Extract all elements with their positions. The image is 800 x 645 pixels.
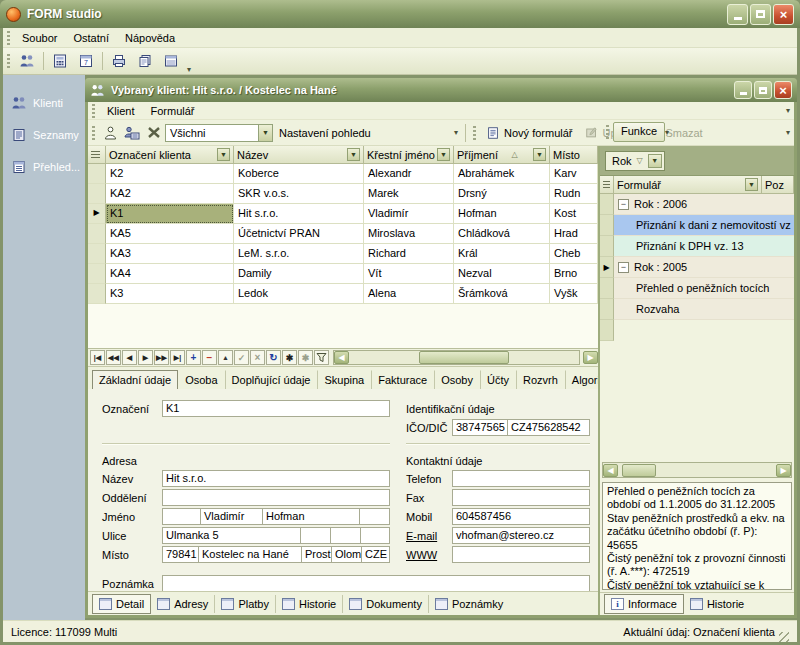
dic-field[interactable]: CZ475628542 [507,419,590,436]
tab-platby[interactable]: Platby [214,595,275,613]
resize-grip[interactable] [779,632,789,642]
nav-filter-button[interactable] [314,350,329,365]
grid-corner-button[interactable] [600,176,614,194]
tab-rozvrh[interactable]: Rozvrh [516,370,565,389]
calculator-button[interactable] [47,50,73,72]
table-row[interactable]: KA2 SKR v.o.s. Marek Drsný Rudn [88,184,598,204]
tab-skupina[interactable]: Skupina [317,370,371,389]
tab-zakladni-udaje[interactable]: Základní údaje [92,370,178,390]
oddeleni-field[interactable] [162,489,390,506]
misto-kraj-field[interactable]: Olom [331,546,362,563]
jmeno-first-field[interactable]: Vladimír [200,508,263,525]
tree-group-row[interactable]: −Rok : 2006 [600,194,794,215]
tab-historie-info[interactable]: Historie [684,595,750,613]
grid-corner-button[interactable] [88,146,106,164]
www-link-label[interactable]: WWW [406,549,437,561]
scrollbar-thumb[interactable] [419,351,509,364]
misto-city-field[interactable]: Kostelec na Hané [198,546,302,563]
jmeno-suffix-field[interactable] [359,508,390,525]
toolbar-overflow-icon[interactable]: ▾ [454,128,462,137]
column-header-poz[interactable]: Poz [762,176,794,194]
collapse-icon[interactable]: − [618,262,629,273]
tab-poznamky[interactable]: Poznámky [428,595,509,613]
toolbar-grip[interactable] [7,31,10,45]
dropdown-icon[interactable]: ▼ [533,148,546,161]
nav-prior-button[interactable]: ◀ [122,350,137,365]
new-form-button[interactable]: Nový formulář [480,123,578,143]
dropdown-icon[interactable]: ▼ [437,148,450,161]
column-header-prijmeni[interactable]: Příjmení△▼ [454,146,550,164]
misto-okres-field[interactable]: Prost [301,546,332,563]
ulice-extra3-field[interactable] [360,527,390,544]
nav-bookmark-button[interactable]: ✱ [282,350,297,365]
menu-ostatni[interactable]: Ostatní [65,30,116,46]
group-by-rok-button[interactable]: Rok ▽ ▼ [605,151,665,171]
email-link-label[interactable]: E-mail [406,530,437,542]
nazev-field[interactable]: Hit s.r.o. [162,470,390,487]
ico-field[interactable]: 38747565 [452,419,508,436]
tab-fakturace[interactable]: Fakturace [371,370,434,389]
ulice-extra1-field[interactable] [300,527,331,544]
scroll-left-icon[interactable]: ◀ [334,351,349,364]
nav-post-button[interactable]: ✓ [234,350,249,365]
mobil-field[interactable]: 604587456 [452,508,590,525]
scroll-right-icon[interactable]: ▶ [583,351,598,364]
email-field[interactable]: vhofman@stereo.cz [452,527,590,544]
nav-next-button[interactable]: ▶ [138,350,153,365]
column-header-nazev[interactable]: Název▼ [234,146,364,164]
dropdown-icon[interactable]: ▼ [258,125,272,141]
funkce-button[interactable]: Funkce [613,122,665,142]
tab-informace[interactable]: iInformace [604,594,684,614]
nav-last-button[interactable]: ▶| [170,350,185,365]
child-maximize-button[interactable] [754,81,772,99]
print-button[interactable] [106,50,132,72]
table-row[interactable]: K3 Ledok Alena Šrámková Vyšk [88,284,598,304]
jmeno-last-field[interactable]: Hofman [262,508,360,525]
tree-group-row[interactable]: ▶ −Rok : 2005 [600,257,794,278]
child-minimize-button[interactable] [734,81,752,99]
tree-item[interactable]: Rozvaha [600,299,794,320]
scrollbar-thumb[interactable] [622,464,656,477]
sidebar-item-klienti[interactable]: Klienti [3,87,85,119]
misto-psc-field[interactable]: 79841 [162,546,199,563]
nav-insert-button[interactable]: + [186,350,201,365]
telefon-field[interactable] [452,470,590,487]
toolbar-grip[interactable] [606,125,609,139]
nav-next-page-button[interactable]: ▶▶ [154,350,169,365]
column-header-oznaceni[interactable]: Označení klienta▼ [106,146,234,164]
column-header-krestni[interactable]: Křestní jméno▼ [364,146,454,164]
misto-stat-field[interactable]: CZE [361,546,390,563]
oznaceni-field[interactable]: K1 [162,400,390,417]
nav-delete-button[interactable]: − [202,350,217,365]
www-field[interactable] [452,546,590,563]
menu-klient[interactable]: Klient [99,103,143,119]
collapse-icon[interactable]: − [618,199,629,210]
tree-item-selected[interactable]: Přiznání k dani z nemovitostí vz [600,215,794,236]
dropdown-icon[interactable]: ▼ [347,148,360,161]
fax-field[interactable] [452,489,590,506]
dropdown-icon[interactable]: ▼ [217,148,230,161]
dropdown-icon[interactable]: ▼ [648,154,662,168]
tab-osoby[interactable]: Osoby [434,370,480,389]
table-row[interactable]: KA4 Damily Vít Nezval Brno [88,264,598,284]
sidebar-item-prehled[interactable]: Přehled... [3,151,85,183]
tab-adresy[interactable]: Adresy [151,595,214,613]
maximize-button[interactable] [750,4,771,25]
menu-napoveda[interactable]: Nápověda [117,30,183,46]
calendar-button[interactable]: 7 [73,50,99,72]
menu-overflow-icon[interactable]: ▾ [786,106,794,115]
ulice-field[interactable]: Ulmanka 5 [162,527,301,544]
toolbar-grip[interactable] [7,54,10,68]
toolbar-grip[interactable] [92,126,95,140]
column-header-formular[interactable]: Formulář▼ [614,176,762,194]
jmeno-title-field[interactable] [162,508,201,525]
toolbar-overflow-icon[interactable]: ▾ [665,128,673,137]
nav-first-button[interactable]: |◀ [90,350,105,365]
table-row[interactable]: KA3 LeM. s.r.o. Richard Král Cheb [88,244,598,264]
child-close-button[interactable]: × [774,81,792,99]
nav-cancel-button[interactable]: × [250,350,265,365]
tree-item[interactable]: Přehled o peněžních tocích [600,278,794,299]
forms-horizontal-scrollbar[interactable]: ◀ ▶ [602,462,792,478]
menu-formular[interactable]: Formulář [143,103,203,119]
client-filter-combo[interactable]: Všichni ▼ [165,124,273,142]
